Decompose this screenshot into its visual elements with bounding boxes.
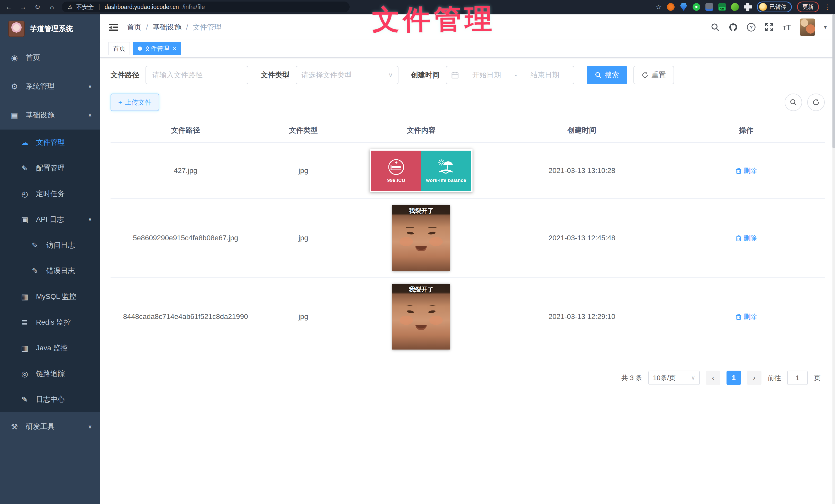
tag-label: 首页 <box>113 44 125 53</box>
sidebar-item-dev-tools[interactable]: ⚒ 研发工具 ∨ <box>0 412 100 441</box>
edit-icon: ✎ <box>31 267 39 275</box>
update-button[interactable]: 更新 <box>797 2 819 12</box>
reset-button[interactable]: 重置 <box>633 66 674 84</box>
search-icon[interactable] <box>711 23 720 32</box>
sidebar-item-cron[interactable]: ◴ 定时任务 <box>0 181 100 207</box>
browser-forward-icon[interactable]: → <box>19 0 28 14</box>
meme-caption: 我裂开了 <box>392 285 450 294</box>
browser-menu-icon[interactable]: ⋮ <box>824 3 831 11</box>
type-label: 文件类型 <box>261 70 289 80</box>
sidebar-item-infra[interactable]: ▤ 基础设施 ∧ <box>0 101 100 129</box>
user-avatar[interactable] <box>800 19 815 36</box>
trash-icon <box>735 313 742 320</box>
chevron-up-icon: ∧ <box>88 112 92 119</box>
delete-button[interactable]: 删除 <box>735 166 757 175</box>
sidebar-item-log-center[interactable]: ✎ 日志中心 <box>0 386 100 412</box>
search-button[interactable]: 搜索 <box>587 66 627 84</box>
paused-label: 已暂停 <box>770 3 787 11</box>
sidebar-item-trace[interactable]: ◎ 链路追踪 <box>0 361 100 386</box>
scrollbar-thumb[interactable] <box>832 14 835 148</box>
search-icon <box>595 72 602 78</box>
refresh-table-button[interactable] <box>807 93 825 111</box>
upload-button-label: 上传文件 <box>125 98 151 107</box>
delete-button[interactable]: 删除 <box>735 234 757 243</box>
sidebar-item-label: 链路追踪 <box>36 369 65 379</box>
extension-icon[interactable] <box>680 3 688 11</box>
delete-button[interactable]: 删除 <box>735 312 757 321</box>
next-page-button[interactable]: › <box>747 371 761 385</box>
page-1-button[interactable]: 1 <box>727 371 741 385</box>
font-size-icon[interactable]: тT <box>782 23 791 31</box>
goto-page-input[interactable] <box>787 371 808 385</box>
trash-icon <box>735 235 742 241</box>
path-input[interactable] <box>145 66 248 84</box>
sidebar-item-access-log[interactable]: ✎ 访问日志 <box>0 232 100 258</box>
extension-icon[interactable] <box>731 3 739 11</box>
fullscreen-icon[interactable] <box>765 23 774 32</box>
sidebar-item-api-log[interactable]: ▣ API 日志 ∧ <box>0 207 100 232</box>
sidebar-item-label: 访问日志 <box>46 240 75 250</box>
file-thumbnail-996[interactable]: 996.ICU <box>370 149 472 192</box>
file-table: 文件路径 文件类型 文件内容 创建时间 操作 427.jpg jpg <box>110 118 825 356</box>
app-logo-row[interactable]: 芋道管理系统 <box>0 14 100 43</box>
filter-type: 文件类型 请选择文件类型 ∨ <box>261 66 399 84</box>
prev-page-button[interactable]: ‹ <box>706 371 720 385</box>
sidebar-item-label: 系统管理 <box>26 82 55 91</box>
sidebar-item-file-manage[interactable]: ☁ 文件管理 <box>0 129 100 155</box>
app-title: 芋道管理系统 <box>30 24 73 34</box>
cell-file-type: jpg <box>260 313 346 321</box>
tag-home[interactable]: 首页 <box>108 42 130 55</box>
meme-face-decor <box>407 310 414 314</box>
sidebar-item-mysql[interactable]: ▦ MySQL 监控 <box>0 284 100 310</box>
edit-icon: ✎ <box>31 241 39 250</box>
avatar-caret-icon[interactable]: ▾ <box>824 24 827 30</box>
browser-reload-icon[interactable]: ↻ <box>33 0 42 14</box>
page-scrollbar[interactable] <box>832 14 835 504</box>
sidebar-menu: ◉ 首页 ⚙ 系统管理 ∨ ▤ 基础设施 ∧ ☁ 文件管理 <box>0 43 100 504</box>
url-host: dashboard.yudao.iocoder.cn <box>105 4 179 10</box>
sidebar-item-label: API 日志 <box>36 215 64 224</box>
help-icon[interactable]: ? <box>747 23 756 32</box>
cell-actions: 删除 <box>668 312 825 321</box>
edit-icon: ✎ <box>21 164 29 173</box>
extension-icon[interactable] <box>706 3 713 11</box>
sidebar-item-system[interactable]: ⚙ 系统管理 ∨ <box>0 72 100 101</box>
extension-icon[interactable] <box>667 3 675 11</box>
github-icon[interactable] <box>729 23 738 32</box>
file-thumbnail-meme[interactable]: 我裂开了 <box>392 284 450 350</box>
sidebar-item-label: 研发工具 <box>26 422 55 432</box>
address-bar[interactable]: ⚠ 不安全 | dashboard.yudao.iocoder.cn/infra… <box>62 2 350 12</box>
extension-puzzle-icon[interactable] <box>744 3 752 11</box>
browser-home-icon[interactable]: ⌂ <box>47 0 57 14</box>
breadcrumb-section[interactable]: 基础设施 <box>153 22 182 32</box>
url-path: /infra/file <box>183 4 205 10</box>
meme-face-decor <box>407 231 414 235</box>
table-row: 8448cada8c714e4ab61f521c8da21990 jpg 我裂开… <box>110 278 825 356</box>
tag-close-icon[interactable]: × <box>173 45 176 52</box>
extension-icon[interactable] <box>693 3 700 11</box>
bookmark-star-icon[interactable]: ☆ <box>656 3 662 11</box>
date-range-picker[interactable]: 开始日期 - 结束日期 <box>446 66 574 84</box>
cell-actions: 删除 <box>668 166 825 175</box>
sidebar-item-config[interactable]: ✎ 配置管理 <box>0 155 100 181</box>
trash-icon <box>735 167 742 174</box>
sidebar-item-redis[interactable]: ≣ Redis 监控 <box>0 310 100 335</box>
database-icon: ▦ <box>21 292 29 301</box>
sidebar-item-java[interactable]: ▥ Java 监控 <box>0 335 100 361</box>
upload-file-button[interactable]: + 上传文件 <box>110 93 159 111</box>
sidebar-item-error-log[interactable]: ✎ 错误日志 <box>0 258 100 284</box>
page-size-select[interactable]: 10条/页 ∨ <box>648 371 700 385</box>
extension-on-icon[interactable]: on <box>718 3 726 11</box>
show-search-button[interactable] <box>785 93 802 111</box>
profile-paused-badge[interactable]: 已暂停 <box>757 2 792 12</box>
tag-file-manage[interactable]: 文件管理 × <box>133 42 181 55</box>
filter-date: 创建时间 开始日期 - 结束日期 <box>411 66 574 84</box>
type-select[interactable]: 请选择文件类型 ∨ <box>296 66 399 84</box>
hamburger-icon[interactable] <box>108 22 119 33</box>
sidebar-item-home[interactable]: ◉ 首页 <box>0 43 100 72</box>
navbar: 首页 / 基础设施 / 文件管理 ? <box>100 14 835 40</box>
breadcrumb-home[interactable]: 首页 <box>127 22 141 32</box>
file-thumbnail-meme[interactable]: 我裂开了 <box>392 205 450 271</box>
security-label[interactable]: 不安全 <box>76 3 94 11</box>
browser-back-icon[interactable]: ← <box>4 0 13 14</box>
